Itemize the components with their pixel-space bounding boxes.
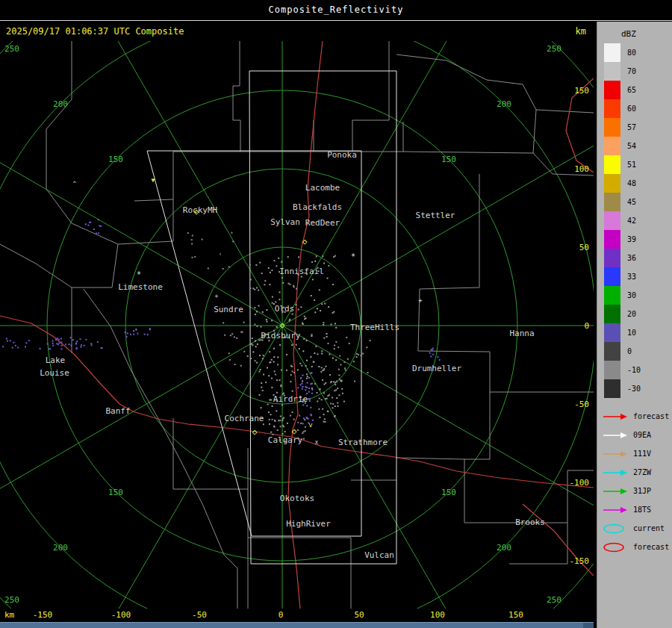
radar-echo (58, 343, 60, 344)
radar-echo (276, 265, 277, 267)
radar-echo (272, 302, 273, 304)
legend-label: 27ZW (633, 468, 651, 476)
dbz-color-swatch (604, 193, 620, 211)
radar-echo (229, 359, 231, 361)
radar-echo (261, 326, 262, 328)
radar-echo (228, 352, 230, 354)
radar-echo (261, 387, 262, 388)
radar-echo (337, 388, 338, 389)
radar-echo (255, 264, 257, 266)
radar-echo (303, 438, 305, 440)
radar-echo (323, 414, 325, 415)
radar-echo (306, 378, 308, 379)
dbz-value-label: 45 (627, 198, 636, 206)
dbz-color-swatch (604, 62, 620, 81)
radar-echo (326, 366, 327, 367)
radar-echo (299, 348, 300, 349)
radar-echo (90, 343, 92, 344)
radar-echo (314, 311, 316, 313)
radar-echo (97, 341, 99, 343)
radar-echo (60, 342, 62, 343)
radar-echo (344, 361, 346, 363)
radar-echo (334, 345, 335, 346)
radar-echo (292, 314, 293, 315)
radar-echo (282, 282, 284, 284)
city-label: Brooks (515, 517, 545, 527)
radar-echo (300, 423, 302, 424)
radar-echo (308, 388, 310, 389)
arrow-icon (602, 431, 629, 440)
radar-echo (236, 338, 237, 339)
radar-echo (291, 366, 293, 367)
radar-echo (224, 335, 225, 336)
radar-echo (342, 393, 343, 394)
dbz-value-label: 42 (627, 217, 636, 225)
arrow-icon (602, 506, 629, 514)
city-label: Okotoks (280, 494, 314, 503)
radar-echo (289, 320, 290, 322)
radar-echo (349, 343, 350, 344)
dbz-value-label: 36 (627, 254, 636, 262)
radar-echo (322, 379, 323, 381)
radar-echo (231, 232, 232, 234)
radar-echo (270, 284, 271, 285)
legend-arrow-row: forecast (597, 407, 672, 426)
radar-echo (52, 341, 54, 342)
ring-distance-label: 150 (441, 155, 456, 164)
radar-echo (432, 348, 434, 349)
dbz-color-swatch (604, 323, 620, 342)
radar-echo (289, 284, 290, 285)
radar-echo (314, 352, 315, 354)
dbz-value-label: 30 (627, 291, 636, 299)
radar-echo (286, 370, 287, 371)
horizontal-scrollbar[interactable] (0, 622, 594, 628)
radar-echo (250, 279, 252, 281)
window-title: Composite_Reflectivity (0, 0, 672, 21)
dbz-value-label: 20 (627, 310, 636, 318)
radar-echo (344, 367, 346, 369)
radar-echo (273, 356, 275, 358)
radar-echo (276, 379, 278, 381)
radar-echo (328, 306, 329, 308)
radar-echo (272, 405, 273, 407)
radar-echo (290, 381, 291, 382)
radar-echo (56, 343, 57, 344)
radar-echo (69, 343, 70, 345)
radar-echo (243, 351, 245, 352)
scrollbar-endcap[interactable] (583, 623, 594, 628)
radar-echo (272, 296, 273, 298)
radar-echo (274, 370, 276, 372)
radar-echo (431, 349, 432, 350)
radar-echo (102, 347, 103, 349)
radar-echo (302, 388, 303, 390)
radar-echo (264, 280, 266, 282)
radar-echo (223, 322, 224, 323)
radar-echo (326, 333, 328, 335)
radar-echo (281, 420, 283, 421)
radar-echo (323, 263, 325, 264)
x-axis-unit-label: km (4, 610, 14, 620)
legend-label: 18TS (633, 506, 651, 514)
radar-echo (61, 349, 63, 350)
radar-echo (270, 400, 272, 401)
radar-echo (334, 390, 335, 391)
radar-echo (298, 309, 299, 311)
radar-echo (301, 365, 302, 367)
radar-echo (302, 350, 304, 352)
radar-echo (297, 429, 299, 431)
city-label: Louise (40, 368, 69, 378)
radar-echo (254, 289, 255, 290)
radar-echo (58, 339, 60, 341)
radar-echo (439, 359, 441, 361)
dbz-scale-row: 51 (597, 155, 672, 174)
x-axis-tick-label: -50 (192, 610, 207, 620)
dbz-value-label: 60 (627, 105, 636, 113)
radar-echo (305, 426, 306, 428)
radar-echo (288, 283, 290, 285)
radar-echo (332, 358, 334, 359)
radar-echo (326, 398, 328, 400)
radar-echo (281, 370, 282, 371)
radar-echo (356, 356, 358, 358)
radar-echo (307, 368, 308, 370)
radar-display[interactable]: 150200250150200250150200250150200250Pono… (0, 41, 594, 609)
